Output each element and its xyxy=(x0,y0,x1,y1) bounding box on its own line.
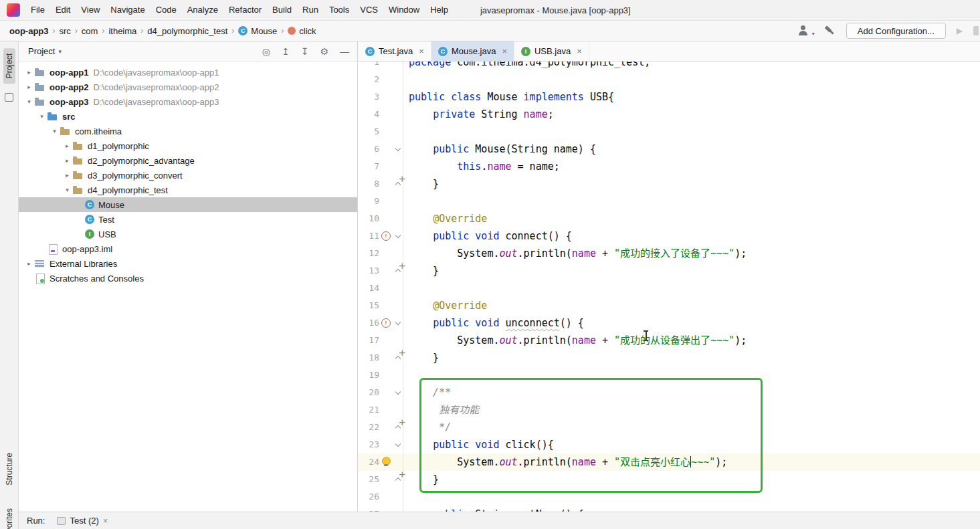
chevron-right-icon[interactable]: ▸ xyxy=(62,157,72,164)
tool-stripe-structure[interactable]: Structure xyxy=(3,447,15,491)
chevron-down-icon[interactable]: ▾ xyxy=(62,187,72,193)
code-line[interactable]: 19 xyxy=(358,366,980,384)
hide-panel-icon[interactable]: — xyxy=(340,47,349,56)
close-icon[interactable] xyxy=(502,46,507,56)
tree-item-d3-polymorphic-convert[interactable]: ▸d3_polymorphic_convert xyxy=(19,168,357,183)
code-line[interactable]: 3public class Mouse implements USB{ xyxy=(358,88,980,106)
project-panel-title[interactable]: Project xyxy=(28,46,55,56)
tool-stripe-favorites[interactable]: Favorites xyxy=(3,503,15,529)
breadcrumb-item-d4-polymorphic-test[interactable]: d4_polymorphic_test xyxy=(146,25,229,37)
chevron-right-icon[interactable]: ▸ xyxy=(24,84,34,90)
code-line[interactable]: 26 xyxy=(358,488,980,506)
tree-item-d2-polymorphic-advantage[interactable]: ▸d2_polymorphic_advantage xyxy=(19,153,357,168)
code-area[interactable]: 1package com.itheima.d4_polymorphic_test… xyxy=(358,62,980,512)
menu-item-vcs[interactable]: VCS xyxy=(355,0,383,20)
code-line[interactable]: 16 public void unconnect() { xyxy=(358,314,980,332)
breadcrumb-item-com[interactable]: com xyxy=(80,25,100,37)
run-play-icon[interactable] xyxy=(957,26,963,35)
tree-item-oop-app3[interactable]: ▾oop-app3D:\code\javasepromax\oop-app3 xyxy=(19,94,357,109)
menu-item-file[interactable]: File xyxy=(25,0,50,20)
fold-toggle-icon[interactable] xyxy=(393,384,403,401)
code-line[interactable]: 21 独有功能 xyxy=(358,401,980,419)
fold-toggle-icon[interactable] xyxy=(393,419,403,436)
tree-item-oop-app1[interactable]: ▸oop-app1D:\code\javasepromax\oop-app1 xyxy=(19,65,357,80)
tree-item-usb[interactable]: USB xyxy=(19,227,357,241)
menu-item-refactor[interactable]: Refactor xyxy=(223,0,267,20)
tree-item-com-itheima[interactable]: ▾com.itheima xyxy=(19,124,357,138)
tree-item-test[interactable]: Test xyxy=(19,212,357,227)
chevron-right-icon[interactable]: ▸ xyxy=(24,69,34,76)
clipped-toolbar-icon[interactable] xyxy=(973,26,979,35)
menu-item-navigate[interactable]: Navigate xyxy=(105,0,150,20)
editor-tab-mouse-java[interactable]: Mouse.java xyxy=(431,41,514,61)
code-line[interactable]: 17 System.out.println(name + "成功的从设备弹出了~… xyxy=(358,332,980,349)
code-line[interactable]: 12 System.out.println(name + "成功的接入了设备了~… xyxy=(358,245,980,262)
breadcrumb-item-src[interactable]: src xyxy=(58,25,72,37)
code-line[interactable]: 9 xyxy=(358,193,980,210)
breadcrumb-item-click[interactable]: click xyxy=(286,25,317,37)
code-line[interactable]: 11 public void connect() { xyxy=(358,227,980,245)
fold-toggle-icon[interactable] xyxy=(393,349,403,366)
code-line[interactable]: 27 public String getName() { xyxy=(358,506,980,512)
build-hammer-icon[interactable] xyxy=(824,25,836,36)
breadcrumb-item-oop-app3[interactable]: oop-app3 xyxy=(8,25,50,37)
overriding-method-icon[interactable] xyxy=(379,314,393,332)
intention-bulb-icon[interactable] xyxy=(379,453,393,471)
tool-stripe-project[interactable]: Project xyxy=(3,48,15,84)
editor-tab-test-java[interactable]: Test.java xyxy=(359,41,431,61)
tree-item-scratches-and-consoles[interactable]: Scratches and Consoles xyxy=(19,271,357,286)
chevron-right-icon[interactable]: ▸ xyxy=(62,172,72,179)
expand-all-icon[interactable]: ↥ xyxy=(282,47,290,56)
chevron-down-icon[interactable] xyxy=(58,48,62,55)
breadcrumb-item-mouse[interactable]: Mouse xyxy=(237,25,278,37)
tree-item-d4-polymorphic-test[interactable]: ▾d4_polymorphic_test xyxy=(19,183,357,197)
code-line[interactable]: 23 public void click(){ xyxy=(358,436,980,453)
code-line[interactable]: 8 } xyxy=(358,175,980,193)
menu-item-help[interactable]: Help xyxy=(425,0,454,20)
code-line[interactable]: 5 xyxy=(358,123,980,140)
user-icon[interactable] xyxy=(797,25,813,36)
menu-item-run[interactable]: Run xyxy=(297,0,324,20)
chevron-down-icon[interactable]: ▾ xyxy=(50,128,60,134)
code-line[interactable]: 10 @Override xyxy=(358,210,980,227)
fold-toggle-icon[interactable] xyxy=(393,140,403,158)
locate-file-icon[interactable]: ◎ xyxy=(262,47,270,56)
menu-item-window[interactable]: Window xyxy=(383,0,425,20)
fold-toggle-icon[interactable] xyxy=(393,227,403,245)
run-tab[interactable]: Test (2) xyxy=(57,516,108,526)
breadcrumb-item-itheima[interactable]: itheima xyxy=(107,25,138,37)
tree-item-mouse[interactable]: Mouse xyxy=(19,197,357,212)
code-line[interactable]: 18 } xyxy=(358,349,980,366)
tree-item-src[interactable]: ▾src xyxy=(19,109,357,124)
menu-item-tools[interactable]: Tools xyxy=(324,0,355,20)
chevron-right-icon[interactable]: ▸ xyxy=(24,260,34,267)
collapse-all-icon[interactable]: ↧ xyxy=(301,47,309,56)
menu-item-code[interactable]: Code xyxy=(151,0,182,20)
fold-toggle-icon[interactable] xyxy=(393,262,403,280)
menu-item-build[interactable]: Build xyxy=(267,0,297,20)
tree-item-oop-app3-iml[interactable]: oop-app3.iml xyxy=(19,241,357,256)
chevron-down-icon[interactable]: ▾ xyxy=(24,98,34,105)
add-configuration-button[interactable]: Add Configuration... xyxy=(846,23,946,39)
close-icon[interactable] xyxy=(419,46,424,56)
code-line[interactable]: 24 System.out.println(name + "双击点亮小红心~~~… xyxy=(358,453,980,471)
code-line[interactable]: 1package com.itheima.d4_polymorphic_test… xyxy=(358,62,980,71)
code-line[interactable]: 2 xyxy=(358,71,980,88)
code-line[interactable]: 4 private String name; xyxy=(358,106,980,123)
close-icon[interactable] xyxy=(103,516,108,526)
fold-toggle-icon[interactable] xyxy=(393,175,403,193)
settings-gear-icon[interactable]: ⚙ xyxy=(320,47,328,56)
menu-item-analyze[interactable]: Analyze xyxy=(182,0,223,20)
menu-item-edit[interactable]: Edit xyxy=(50,0,76,20)
tool-stripe-icon[interactable] xyxy=(5,93,13,102)
code-line[interactable]: 14 xyxy=(358,280,980,297)
fold-toggle-icon[interactable] xyxy=(393,471,403,488)
menu-item-view[interactable]: View xyxy=(76,0,105,20)
chevron-down-icon[interactable]: ▾ xyxy=(37,113,47,120)
editor-tab-usb-java[interactable]: USB.java xyxy=(514,41,589,61)
code-line[interactable]: 7 this.name = name; xyxy=(358,158,980,175)
overriding-method-icon[interactable] xyxy=(379,227,393,245)
code-line[interactable]: 22 */ xyxy=(358,419,980,436)
tree-item-d1-polymorphic[interactable]: ▸d1_polymorphic xyxy=(19,138,357,153)
code-line[interactable]: 13 } xyxy=(358,262,980,280)
